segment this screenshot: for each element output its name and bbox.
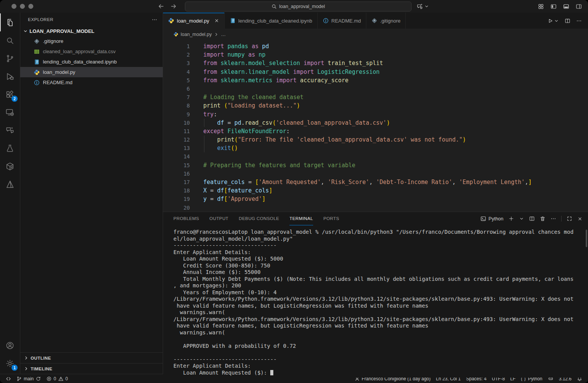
terminal-line: -------------------------------- — [173, 242, 585, 249]
close-icon[interactable] — [214, 18, 219, 23]
line-number: 19 — [163, 195, 198, 203]
code-line-17[interactable]: 17feature_cols = ['Amount Requested', 'R… — [163, 178, 588, 186]
activity-remote-explorer[interactable] — [0, 103, 20, 121]
code-line-6[interactable]: 6 — [163, 85, 588, 93]
maximize-panel-icon[interactable] — [567, 216, 572, 222]
tab-lending-club-data-cleaned-ipynb[interactable]: lending_club_data_cleaned.ipynb — [225, 13, 318, 29]
code-line-1[interactable]: 1import pandas as pd — [163, 42, 588, 51]
kill-terminal-icon[interactable] — [540, 216, 546, 222]
more-actions-icon[interactable] — [550, 216, 556, 222]
breadcrumb-file[interactable]: loan_model.py — [181, 32, 212, 37]
code-line-9[interactable]: 9try: — [163, 110, 588, 119]
minimize-window-icon[interactable] — [20, 4, 25, 9]
activity-containers[interactable] — [0, 157, 20, 175]
activity-search[interactable] — [0, 31, 20, 49]
copilot-chat-icon[interactable] — [416, 3, 423, 10]
file-item-README-md[interactable]: README.md — [20, 77, 163, 88]
terminal-line: Enter Applicant Details: — [173, 363, 585, 370]
terminal-line: have valid feature names, but LogisticRe… — [173, 303, 585, 310]
panel-tab-output[interactable]: OUTPUT — [209, 212, 229, 225]
code-line-5[interactable]: 5from sklearn.metrics import accuracy_sc… — [163, 76, 588, 85]
code-line-8[interactable]: 8print ("Loading dataset...") — [163, 101, 588, 110]
activity-prisma[interactable] — [0, 175, 20, 193]
back-icon[interactable] — [158, 3, 164, 10]
status-problems[interactable]: 00 — [44, 374, 70, 383]
folder-root[interactable]: LOAN_APPROVAL_MODEL — [20, 26, 163, 36]
traffic-lights[interactable] — [11, 4, 33, 9]
tab-loan-model-py[interactable]: loan_model.py — [163, 13, 225, 29]
branch-icon — [16, 376, 22, 381]
file-item-cleaned-loan-approval-data-csv[interactable]: cleaned_loan_approval_data.csv — [20, 46, 163, 57]
line-number: 13 — [163, 144, 198, 152]
file-item-loan-model-py[interactable]: loan_model.py — [20, 67, 163, 77]
more-actions-icon[interactable] — [152, 17, 157, 23]
code-line-14[interactable]: 14 — [163, 152, 588, 161]
panel-tab-terminal[interactable]: TERMINAL — [289, 212, 313, 225]
code-line-13[interactable]: 13 exit() — [163, 144, 588, 152]
section-outline[interactable]: OUTLINE — [20, 352, 163, 363]
status-remote-indicator[interactable] — [3, 374, 14, 383]
terminal-scrollbar[interactable] — [586, 230, 587, 247]
command-center-search[interactable]: loan_approval_model — [185, 2, 412, 11]
panel-tab-debug-console[interactable]: DEBUG CONSOLE — [239, 212, 279, 225]
close-window-icon[interactable] — [11, 4, 16, 9]
activity-extensions[interactable]: 2 — [0, 85, 20, 103]
code-line-2[interactable]: 2import numpy as np — [163, 51, 588, 59]
code-line-3[interactable]: 3from sklearn.model_selection import tra… — [163, 59, 588, 67]
run-icon[interactable] — [547, 18, 553, 24]
terminal-shell[interactable]: Python — [480, 216, 503, 222]
file-item--gitignore[interactable]: .gitignore — [20, 36, 163, 46]
customize-layout-icon[interactable] — [538, 3, 544, 10]
code-line-4[interactable]: 4from sklearn.linear_model import Logist… — [163, 68, 588, 76]
forward-icon[interactable] — [170, 3, 177, 10]
code-line-20[interactable]: 20 — [163, 204, 588, 212]
code-editor[interactable]: 1import pandas as pd2import numpy as np3… — [163, 39, 588, 212]
breadcrumb[interactable]: loan_model.py … — [163, 29, 588, 39]
status-branch-status[interactable]: main — [14, 374, 44, 383]
activity-source-control[interactable] — [0, 49, 20, 67]
run-python-file[interactable] — [547, 18, 559, 24]
copilot-menu[interactable] — [416, 3, 429, 10]
code-line-12[interactable]: 12 print("Error: The file 'cleaned_loan_… — [163, 135, 588, 144]
split-terminal-icon[interactable] — [529, 216, 535, 222]
line-number: 15 — [163, 161, 198, 169]
code-line-18[interactable]: 18X = df[feature_cols] — [163, 186, 588, 195]
split-editor-icon[interactable] — [565, 18, 570, 24]
activity-testing[interactable] — [0, 139, 20, 157]
tab--gitignore[interactable]: .gitignore — [366, 13, 406, 29]
code-line-16[interactable]: 16 — [163, 169, 588, 178]
layout-controls — [538, 3, 582, 10]
toggle-secondary-sidebar-icon[interactable] — [576, 3, 582, 10]
close-panel-icon[interactable] — [577, 216, 583, 222]
tab-README-md[interactable]: README.md — [318, 13, 366, 29]
activity-accounts[interactable] — [0, 336, 20, 354]
code-line-11[interactable]: 11except FileNotFoundError: — [163, 127, 588, 135]
panel-actions: Python — [480, 216, 583, 222]
zoom-window-icon[interactable] — [28, 4, 33, 9]
activity-bar-top: 2 — [0, 13, 20, 193]
activity-explorer[interactable] — [0, 13, 20, 31]
panel-tab-ports[interactable]: PORTS — [323, 212, 339, 225]
new-terminal-icon[interactable] — [508, 216, 514, 222]
chevron-down-icon[interactable] — [519, 216, 524, 221]
activity-settings[interactable]: 1 — [0, 354, 20, 372]
terminal-line: Loan Amount Requested ($): 5000 — [173, 256, 585, 262]
code-line-15[interactable]: 15# Preparing the features and target va… — [163, 161, 588, 169]
more-actions-icon[interactable] — [576, 18, 582, 24]
toggle-panel-icon[interactable] — [563, 3, 569, 10]
code-line-10[interactable]: 10 df = pd.read_csv('cleaned_loan_approv… — [163, 119, 588, 127]
breadcrumb-more[interactable]: … — [221, 32, 226, 37]
code-line-7[interactable]: 7# Loading the cleaned dataset — [163, 93, 588, 101]
code-line-19[interactable]: 19y = df['Approved'] — [163, 195, 588, 203]
terminal-line: warnings.warn( — [173, 329, 585, 336]
file-item-lending-club-data-cleaned-ipynb[interactable]: lending_club_data_cleaned.ipynb — [20, 57, 163, 67]
chevron-down-icon[interactable] — [554, 18, 559, 23]
activity-chat[interactable] — [0, 121, 20, 139]
panel-tab-problems[interactable]: PROBLEMS — [173, 212, 199, 225]
chevron-down-icon[interactable] — [424, 4, 429, 9]
activity-run-and-debug[interactable] — [0, 67, 20, 85]
toggle-primary-sidebar-icon[interactable] — [550, 3, 557, 10]
section-timeline[interactable]: TIMELINE — [20, 363, 163, 374]
terminal-output[interactable]: franco@FrancescosLaptop loan_approval_mo… — [163, 225, 588, 378]
root-label: LOAN_APPROVAL_MODEL — [29, 28, 95, 34]
